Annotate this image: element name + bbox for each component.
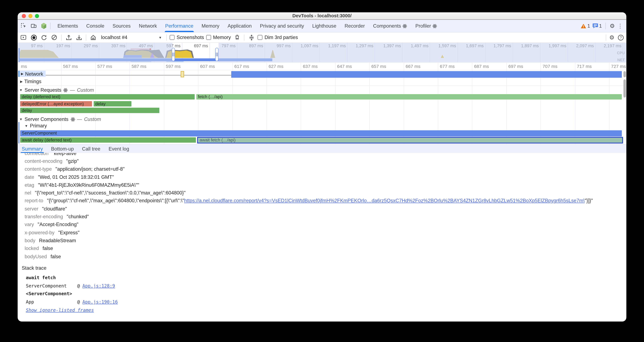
timeline-ruler: ms 567 ms577 ms587 ms597 ms607 ms617 ms6… [18,63,626,70]
header-value: "{\"report_to\":\"cf-nel\",\"success_fra… [35,190,186,196]
selection-handle-left[interactable] [172,48,175,61]
help-icon[interactable]: ? [616,33,625,42]
tab-components[interactable]: Components [369,20,411,32]
timings-track-label[interactable]: ▶ Timings [20,79,41,84]
ruler-tick-label: 607 ms [200,64,215,69]
network-request-whisker [45,75,231,76]
ruler-tick-label: 577 ms [97,64,112,69]
ruler-tick-label: 687 ms [474,64,489,69]
tab-performance[interactable]: Performance [161,20,198,32]
network-request-chip[interactable] [181,71,184,77]
collect-garbage-icon[interactable] [233,33,241,42]
ruler-tick-label: 637 ms [303,64,318,69]
message-icon [592,24,598,28]
timeline-tracks[interactable]: ▶ Network ▶ Timings ▼ Server Requests — … [18,70,626,144]
server-component-bar[interactable]: await fetch (…/api) [197,137,623,143]
settings-gear-icon[interactable]: ⚙ [610,23,615,29]
tab-recorder[interactable]: Recorder [340,20,369,32]
tab-console[interactable]: Console [82,20,108,32]
server-request-bar[interactable]: delayedError (…ayed exception) [20,101,92,107]
tab-network[interactable]: Network [135,20,161,32]
network-request-bar[interactable] [231,71,622,78]
source-location-link[interactable]: App.js:128:9 [82,283,115,289]
ruler-tick-label: 647 ms [337,64,352,69]
collapsed-triangle-icon: ▶ [21,72,24,76]
show-ignore-listed-frames-link[interactable]: Show ignore-listed frames [26,307,94,313]
timeline-overview[interactable]: CPU NET 97 ms197 ms297 ms397 ms497 ms597… [18,43,626,63]
server-request-bar[interactable]: delay (deferred text) [20,94,195,100]
bottom-tab-call-tree[interactable]: Call tree [78,145,104,153]
server-component-bar[interactable]: await delay (deferred text) [20,137,196,143]
tab-sources[interactable]: Sources [108,20,135,32]
capture-settings-gear-icon[interactable]: ⚙ [609,35,614,40]
tab-lighthouse[interactable]: Lighthouse [308,20,340,32]
server-request-bar[interactable]: delay [94,101,131,107]
network-track-label[interactable]: ▶ Network [18,71,46,77]
clear-icon[interactable] [50,33,58,42]
dim-3rd-parties-checkbox[interactable]: Dim 3rd parties [258,35,298,40]
ruler-tick [266,63,267,70]
stack-frame: <ServerComponent> [26,290,626,298]
server-requests-header[interactable]: ▼ Server Requests — Custom [19,87,94,93]
trace-history-select[interactable]: localhost #4 ▼ [99,35,164,40]
tab-privacy-and-security[interactable]: Privacy and security [256,20,308,32]
server-components-header[interactable]: ▼ Server Components — Custom [19,116,101,122]
divider [86,34,86,41]
inspect-element-icon[interactable] [19,22,28,31]
network-track-scrollbar[interactable] [624,71,626,77]
react-atom-icon [432,24,437,28]
bottom-tab-summary[interactable]: Summary [18,145,47,153]
tab-memory[interactable]: Memory [198,20,224,32]
selection-handle-right[interactable] [215,48,218,61]
header-row: server"cloudflare" [25,205,626,213]
memory-label: Memory [213,35,231,40]
warning-icon [581,24,586,28]
server-request-bar[interactable]: fetch (…/api) [196,94,622,100]
header-key: report-to [25,198,44,204]
server-component-bar[interactable]: ServerComponent [20,130,622,137]
bottom-pane-tabs: SummaryBottom-upCall treeEvent log [18,144,626,153]
server-components-bracket [18,122,19,144]
tab-profiler[interactable]: Profiler [411,20,441,32]
server-request-bar[interactable]: delay [20,108,160,113]
issue-count: 1 [599,23,602,29]
tracks-scrollbar[interactable] [624,79,626,97]
ruler-tick-label: 627 ms [268,64,284,69]
bottom-tab-event-log[interactable]: Event log [104,145,133,153]
header-key: server [25,206,38,212]
header-value: false [50,253,61,259]
source-location-link[interactable]: App.js:190:16 [82,299,118,305]
tabbar-left-icons [18,22,53,31]
live-metrics-panel-icon[interactable] [19,33,28,42]
divider [18,86,626,86]
device-toolbar-icon[interactable] [29,22,38,31]
home-icon[interactable] [89,33,97,42]
more-options-kebab-icon[interactable]: ⋮ [617,23,623,29]
tab-application[interactable]: Application [224,20,256,32]
load-profile-icon[interactable] [64,33,73,42]
screenshots-checkbox[interactable]: Screenshots [170,35,204,40]
report-to-url-link[interactable]: https://a.nel.cloudflare.com/report/v4?s… [184,198,585,204]
primary-subtrack-header[interactable]: ▼ Primary [25,123,47,129]
record-and-reload-icon[interactable] [40,33,48,42]
warnings-badge[interactable]: 1 [581,23,590,29]
header-row: lockedfalse [25,244,626,252]
checkbox-box [258,35,262,40]
header-value: "Accept-Encoding" [38,222,78,227]
record-button[interactable] [30,33,38,42]
tab-elements[interactable]: Elements [54,20,82,32]
ruler-tick-label: 597 ms [166,64,181,69]
bottom-tab-bottom-up[interactable]: Bottom-up [47,145,78,153]
memory-checkbox[interactable]: Memory [206,35,231,40]
ruler-tick-label: 667 ms [406,64,420,69]
ruler-tick-label: 717 ms [577,64,592,69]
header-key: body [25,238,35,243]
react-atom-icon [70,117,75,122]
compress-fit-icon[interactable] [247,33,256,42]
issues-badge[interactable]: 1 [592,23,602,29]
tabbar-right: 1 1 ⚙ ⋮ [578,23,626,29]
extension-gem-icon[interactable] [39,22,48,31]
summary-pane[interactable]: connection"keep-alive"content-encoding"g… [18,153,626,321]
save-profile-icon[interactable] [75,33,83,42]
react-atom-icon [403,24,407,28]
